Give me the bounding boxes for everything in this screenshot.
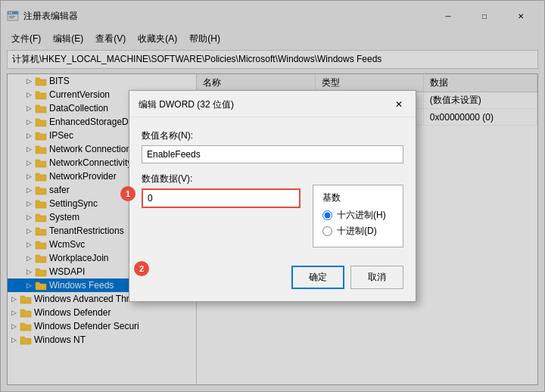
dec-radio[interactable]	[322, 226, 332, 236]
modal-body: 数值名称(N): 1 数值数据(V): 基数	[129, 117, 416, 260]
dec-label: 十进制(D)	[337, 225, 377, 238]
value-field-label: 数值数据(V):	[142, 173, 301, 185]
modal-footer: 2 确定 取消	[129, 260, 416, 301]
base-radio-group: 基数 十六进制(H) 十进制(D)	[313, 185, 403, 247]
modal-title-bar: 编辑 DWORD (32 位值) ✕	[129, 91, 416, 117]
main-window: 注册表编辑器 ─ □ ✕ 文件(F) 编辑(E) 查看(V) 收藏夹(A) 帮助…	[0, 0, 545, 392]
value-base-row: 1 数值数据(V): 基数 十六进制(H) 十进制(D)	[142, 173, 403, 247]
step-badge-2: 2	[134, 261, 149, 276]
modal-overlay: 编辑 DWORD (32 位值) ✕ 数值名称(N): 1 数值数据(V):	[1, 1, 544, 391]
edit-dword-dialog: 编辑 DWORD (32 位值) ✕ 数值名称(N): 1 数值数据(V):	[129, 90, 416, 302]
modal-close-button[interactable]: ✕	[391, 97, 406, 112]
step-badge-1: 1	[120, 186, 135, 201]
ok-button[interactable]: 确定	[291, 266, 344, 289]
hex-radio-label[interactable]: 十六进制(H)	[322, 209, 394, 222]
name-input[interactable]	[142, 145, 403, 163]
hex-label: 十六进制(H)	[337, 209, 386, 222]
base-group-label: 基数	[322, 191, 394, 204]
name-field-label: 数值名称(N):	[142, 129, 403, 142]
hex-radio[interactable]	[322, 210, 332, 220]
value-section: 1 数值数据(V):	[142, 173, 301, 208]
modal-title: 编辑 DWORD (32 位值)	[139, 98, 234, 111]
dec-radio-label[interactable]: 十进制(D)	[322, 225, 394, 238]
value-input[interactable]	[142, 188, 301, 208]
cancel-button[interactable]: 取消	[350, 266, 403, 289]
